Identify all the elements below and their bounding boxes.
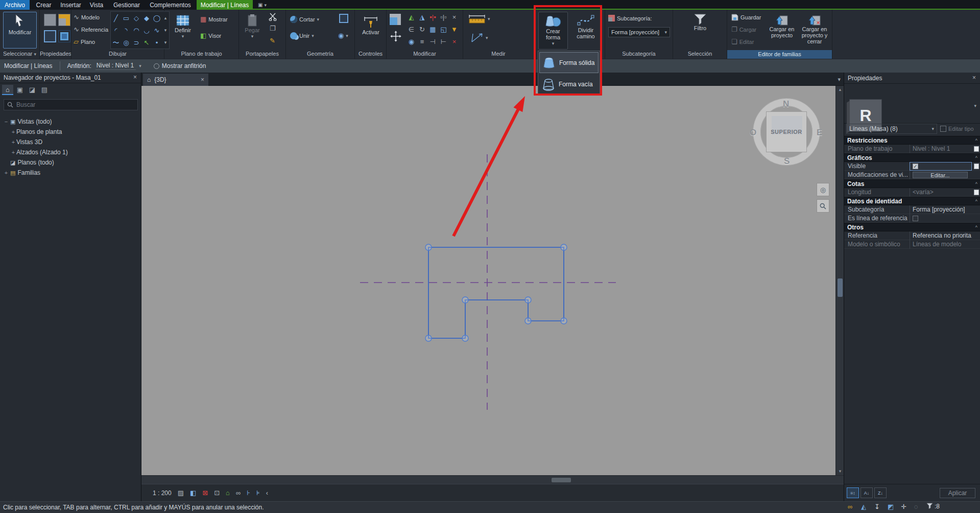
visible-checkbox[interactable]: ✓ [913,164,918,169]
mirror-draw-icon[interactable]: ◮ [420,14,425,20]
cargar-en-proyecto-button[interactable]: Cargar en proyecto [766,12,798,50]
reference-line-checkbox[interactable] [913,216,918,221]
guardar-button[interactable]: Guardar [731,14,761,21]
chevron-down-icon[interactable]: ▾ [139,63,141,68]
tree-item-familias[interactable]: +▤Familias [0,168,141,178]
tree-item-planos-planta[interactable]: +Planos de planta [0,127,141,137]
horizontal-scrollbar[interactable] [141,475,844,484]
tab-vista[interactable]: Vista [84,0,109,10]
tree-item-vistas-todo[interactable]: −▣Vistas (todo) [0,116,141,127]
horizontal-scroll-thumb[interactable] [552,478,571,482]
wall-opening-icon[interactable] [339,14,348,23]
drawing-canvas[interactable]: SUPERIOR N O E S ◎ [141,86,835,475]
host-value[interactable]: Nivel : Nivel 1 [95,62,136,70]
tree-item-vistas-3d[interactable]: +Vistas 3D [0,137,141,147]
start-end-arc-tool-icon[interactable]: ◜ [114,27,117,34]
rotate-icon[interactable]: ↻ [419,26,425,33]
dividir-camino-button[interactable]: Dividir camino [570,12,602,50]
viewcube-north[interactable]: N [783,99,789,109]
viewcube-south[interactable]: S [784,156,790,167]
referencia-line-button[interactable]: ∿Referencia [74,26,108,33]
delete-icon[interactable]: × [452,38,457,45]
copy-element-icon[interactable]: ◉ [409,38,414,45]
polygon-tool-icon[interactable]: ◇ [134,15,139,21]
match-properties-icon[interactable]: ∈ [409,26,414,33]
scale-icon[interactable]: ◱ [440,26,446,33]
selection-dots-icon[interactable]: ◌ [914,503,918,510]
select-links-toggle-icon[interactable]: ∞ [848,503,852,510]
mostrar-button[interactable]: ▦Mostrar [200,16,228,22]
collapse-icon[interactable]: ‹ [266,489,268,497]
tab-insertar[interactable]: Insertar [58,0,84,10]
offset-icon[interactable]: ≡ [420,38,424,45]
reveal-constraints-icon[interactable]: ⊧ [256,489,260,497]
cargar-en-proyecto-y-cerrar-button[interactable]: × Cargar en proyecto y cerrar [799,12,830,50]
editar-button[interactable]: ❏ Editar [731,38,754,45]
visor-button[interactable]: ◧Visor [200,32,221,39]
seleccionar-label[interactable]: Seleccionar ▾ [0,51,39,58]
select-by-face-toggle-icon[interactable]: ◩ [888,503,894,510]
family-connectors-icon[interactable] [58,30,70,42]
copy-icon[interactable]: ❐ [270,25,276,32]
tab-archivo[interactable]: Archivo [0,0,30,10]
filtro-button[interactable]: Filtro [687,12,713,49]
viewcube-top-face[interactable]: SUPERIOR [766,111,807,152]
modificar-button[interactable]: Modificar [3,12,37,49]
referencia-value[interactable]: Referencia no priorita... [910,231,972,240]
browser-search[interactable] [4,99,138,110]
family-types-icon[interactable] [44,14,56,26]
array-icon[interactable]: ▦ [429,26,436,33]
dimension-button[interactable]: ▾ [470,32,488,43]
chevron-down-icon[interactable]: ▾ [974,103,976,108]
scroll-down-icon[interactable]: ▾ [836,468,844,475]
close-icon[interactable]: × [970,74,978,82]
view-scale[interactable]: 1 : 200 [153,489,172,497]
tangent-arc-tool-icon[interactable]: ◠ [133,27,139,34]
viewcube-east[interactable]: E [817,128,822,138]
pin-icon[interactable]: ▼ [451,26,458,33]
view-tabs-list-icon[interactable]: ▾ [838,76,841,83]
unpin-icon[interactable]: × [452,14,457,20]
forma-solida-item[interactable]: Forma sólida [539,52,599,73]
vertical-scroll-thumb[interactable] [838,278,843,297]
section-otros[interactable]: Otros^ [844,223,980,231]
edit-type-button[interactable]: Editar tipo [940,124,978,134]
definir-button[interactable]: Definir ▾ [170,12,196,49]
close-icon[interactable]: × [131,74,139,81]
section-datos-identidad[interactable]: Datos de identidad^ [844,197,980,205]
zoom-tool-button[interactable] [817,199,829,213]
modelo-line-button[interactable]: ∿Modelo [74,14,100,20]
scroll-up-icon[interactable]: ▴ [836,86,844,94]
sort-az-button[interactable]: A↓ [861,487,873,498]
sun-path-icon[interactable]: ⊠ [202,489,208,497]
split-gap-icon[interactable]: ▫|▫ [440,14,447,20]
family-category-icon[interactable] [58,14,70,26]
steering-wheel-button[interactable]: ◎ [817,183,829,196]
partial-ellipse-tool-icon[interactable]: ⊃ [134,39,139,46]
browser-tab-sheets[interactable]: ◪ [27,85,38,95]
associate-param-button[interactable] [974,164,979,169]
tab-complementos[interactable]: Complementos [144,0,197,10]
associate-param-button[interactable] [974,190,979,195]
fillet-arc-tool-icon[interactable]: ◡ [144,27,149,34]
trim-icon[interactable]: ⊣ [430,38,436,45]
select-underlay-toggle-icon[interactable]: ◭ [861,503,866,510]
measure-button[interactable]: ▾ [468,14,490,24]
plano-button[interactable]: ▱Plano [74,38,95,45]
split-element-icon[interactable]: ▪|▪ [429,14,436,20]
demolish-button[interactable]: ◉▾ [338,32,348,39]
point-tool-icon[interactable]: • [156,39,158,46]
section-cotas[interactable]: Cotas^ [844,179,980,188]
viewcube-west[interactable]: O [750,128,756,138]
tree-item-planos-todo[interactable]: ◪Planos (todo) [0,157,141,168]
selection-filter-icon[interactable] [926,503,933,510]
circle-tool-icon[interactable]: ◯ [153,15,161,21]
vertical-scrollbar[interactable]: ▴ ▾ [835,86,844,475]
circumscribed-polygon-tool-icon[interactable]: ◆ [144,15,149,21]
sort-default-button[interactable]: ≡↕ [847,487,859,498]
rectangle-tool-icon[interactable]: ▭ [123,15,129,21]
activar-button[interactable]: Activar [359,12,383,49]
mirror-axis-icon[interactable]: ◭ [409,14,414,20]
tree-item-alzados[interactable]: +Alzados (Alzado 1) [0,147,141,157]
cargar-button[interactable]: ❐ Cargar [731,26,756,33]
